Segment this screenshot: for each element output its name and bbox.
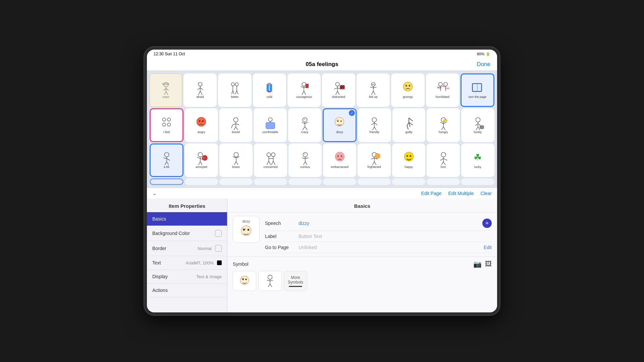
- cell-row4-5[interactable]: [288, 178, 322, 185]
- svg-line-37: [335, 91, 337, 95]
- svg-line-176: [443, 162, 445, 165]
- collapse-button[interactable]: ⌄: [152, 190, 157, 196]
- bottom-toolbar: ⌄ Edit Page Edit Multiple Clear: [147, 188, 497, 198]
- cell-oops[interactable]: oops oops: [150, 73, 182, 107]
- cell-comfortable[interactable]: comfortable: [254, 108, 287, 142]
- cell-a-bit[interactable]: a bit: [150, 143, 183, 177]
- svg-rect-81: [266, 122, 275, 129]
- cell-embarrassed[interactable]: embarrassed: [323, 143, 356, 177]
- cell-row4-8[interactable]: [392, 178, 425, 185]
- svg-line-128: [197, 157, 200, 159]
- svg-point-169: [406, 155, 408, 157]
- cell-angry[interactable]: angry: [185, 108, 218, 142]
- svg-text:☘: ☘: [473, 153, 481, 163]
- svg-text:?: ?: [304, 153, 305, 156]
- svg-line-4: [164, 92, 166, 95]
- cell-courageous[interactable]: courageous: [287, 73, 321, 107]
- svg-text:!: !: [203, 156, 204, 160]
- svg-line-125: [167, 162, 169, 165]
- cell-crazy[interactable]: ?! crazy: [288, 108, 321, 142]
- cell-distracted[interactable]: distracted: [322, 73, 355, 107]
- svg-point-15: [235, 83, 238, 86]
- svg-point-33: [335, 82, 339, 86]
- edit-page-button[interactable]: Edit Page: [421, 191, 442, 196]
- cell-afraid[interactable]: ! afraid: [183, 73, 217, 107]
- svg-point-120: [164, 153, 169, 157]
- cell-row4-10[interactable]: [461, 178, 494, 185]
- svg-point-113: [476, 117, 480, 122]
- svg-line-189: [270, 280, 273, 281]
- cell-row4-6[interactable]: [323, 178, 356, 185]
- cell-annoyed[interactable]: ! annoyed: [185, 143, 218, 177]
- camera-icon[interactable]: 📷: [473, 260, 482, 268]
- cell-lonely[interactable]: lonely: [461, 108, 494, 142]
- cell-lucky[interactable]: ☘ lucky: [461, 143, 494, 177]
- cell-row4-7[interactable]: [358, 178, 391, 185]
- left-panel: Item Properties Basics Background Color …: [147, 198, 227, 312]
- svg-line-116: [478, 123, 481, 125]
- add-speech-button[interactable]: +: [482, 219, 492, 228]
- svg-point-48: [404, 82, 413, 91]
- svg-line-151: [302, 158, 305, 159]
- cell-humiliated[interactable]: HA HA HA humiliated: [426, 73, 459, 107]
- cell-row4-2[interactable]: [185, 178, 218, 185]
- cell-row4-1[interactable]: [150, 178, 183, 185]
- svg-point-171: [441, 153, 445, 157]
- svg-line-154: [305, 162, 307, 165]
- right-content: dizzy x x Speech: [227, 213, 497, 256]
- cell-row4-4[interactable]: [254, 178, 287, 185]
- cell-brave[interactable]: brave: [219, 143, 253, 177]
- svg-line-47: [373, 91, 375, 95]
- svg-point-156: [335, 152, 344, 161]
- clear-button[interactable]: Clear: [481, 191, 492, 196]
- cell-frightened[interactable]: frightened: [358, 143, 391, 177]
- cell-grumpy[interactable]: grumpy: [391, 73, 424, 107]
- svg-line-148: [273, 161, 275, 165]
- grid-row-4: [150, 178, 494, 185]
- image-icon[interactable]: 🖼: [485, 260, 492, 268]
- menu-background-color[interactable]: Background Color: [147, 226, 227, 241]
- edit-multiple-button[interactable]: Edit Multiple: [448, 191, 474, 196]
- svg-line-174: [443, 159, 447, 161]
- symbol-icons: 📷 🖼: [473, 260, 492, 268]
- menu-display[interactable]: Display Text & Image: [147, 270, 227, 284]
- cell-hungry[interactable]: hungry: [427, 108, 460, 142]
- cell-row4-9[interactable]: [427, 178, 460, 185]
- svg-point-159: [336, 156, 338, 158]
- svg-line-30: [302, 91, 304, 95]
- symbol-thumb-1[interactable]: x x: [233, 271, 256, 291]
- cell-fed-up[interactable]: fed up: [357, 73, 390, 107]
- cell-cold[interactable]: cold: [253, 73, 286, 107]
- goto-edit-button[interactable]: Edit: [484, 245, 492, 250]
- cell-curious[interactable]: ? curious: [288, 143, 322, 177]
- svg-line-190: [268, 284, 270, 287]
- cell-bored[interactable]: bored: [219, 108, 253, 142]
- cell-friendly[interactable]: friendly: [358, 108, 391, 142]
- cell-i-feel[interactable]: I feel: [150, 108, 183, 142]
- symbol-thumb-more[interactable]: More Symbols: [284, 271, 307, 291]
- menu-basics[interactable]: Basics: [147, 212, 227, 226]
- cell-turn-page[interactable]: → turn the page: [461, 73, 494, 107]
- cell-guilty[interactable]: guilty: [392, 108, 426, 142]
- svg-point-67: [167, 123, 171, 126]
- speech-row: Speech dizzy +: [265, 216, 492, 231]
- menu-actions[interactable]: Actions: [147, 284, 227, 297]
- svg-line-87: [302, 127, 305, 130]
- cell-better[interactable]: better: [218, 73, 251, 107]
- menu-text[interactable]: Text ArialMT, 100%: [147, 256, 227, 270]
- done-button[interactable]: Done: [477, 61, 490, 68]
- menu-border[interactable]: Border Normal: [147, 241, 227, 256]
- svg-text:HA: HA: [442, 85, 445, 88]
- svg-line-79: [231, 125, 233, 128]
- symbol-thumb-2[interactable]: [258, 271, 282, 291]
- cell-dizzy[interactable]: ✓ x x dizzy: [323, 108, 357, 142]
- svg-point-132: [202, 155, 207, 160]
- cell-happy[interactable]: happy: [392, 143, 425, 177]
- cell-row4-3[interactable]: [219, 178, 253, 185]
- symbol-section: Symbol 📷 🖼: [227, 256, 497, 294]
- svg-line-153: [303, 162, 305, 165]
- cell-concerned[interactable]: concerned: [254, 143, 287, 177]
- cell-hurt[interactable]: hurt: [427, 143, 460, 177]
- background-color-checkbox[interactable]: [215, 230, 222, 237]
- symbol-header: Symbol 📷 🖼: [233, 260, 492, 268]
